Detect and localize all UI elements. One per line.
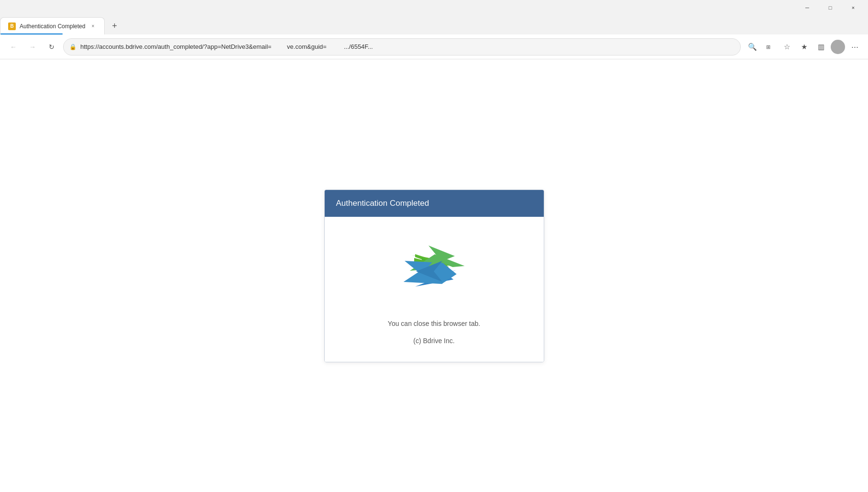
back-button[interactable]: ←: [6, 39, 21, 55]
translate-icon[interactable]: ⊞: [762, 39, 777, 55]
sidebar-icon[interactable]: ▥: [813, 39, 829, 55]
search-icon[interactable]: 🔍: [745, 39, 760, 55]
tab-bar: B Authentication Completed × +: [0, 15, 868, 34]
forward-button[interactable]: →: [25, 39, 40, 55]
tab-loading-bar: [0, 34, 63, 34]
bdrive-logo: [401, 236, 468, 289]
maximize-button[interactable]: □: [819, 0, 841, 15]
favorites-star-icon[interactable]: ☆: [779, 39, 794, 55]
auth-card-header: Authentication Completed: [325, 190, 544, 217]
minimize-button[interactable]: ─: [796, 0, 818, 15]
address-bar: ← → ↻ 🔒 https://accounts.bdrive.com/auth…: [0, 34, 868, 59]
close-tab-text: You can close this browser tab.: [388, 320, 480, 327]
svg-text:⊞: ⊞: [766, 44, 770, 50]
auth-card-title: Authentication Completed: [336, 199, 429, 208]
toolbar-icons: 🔍 ⊞ ☆ ★ ▥ ⋯: [745, 39, 862, 55]
new-tab-button[interactable]: +: [107, 18, 122, 34]
lock-icon: 🔒: [69, 44, 77, 50]
close-button[interactable]: ×: [842, 0, 864, 15]
profile-avatar[interactable]: [831, 40, 845, 54]
copyright-text: (c) Bdrive Inc.: [413, 337, 454, 345]
url-text: https://accounts.bdrive.com/auth_complet…: [80, 43, 735, 50]
browser-window: ─ □ × B Authentication Completed × + ← →…: [0, 0, 868, 492]
auth-card: Authentication Completed: [324, 190, 544, 362]
collections-icon[interactable]: ★: [796, 39, 812, 55]
page-content: Authentication Completed: [0, 59, 868, 492]
reload-button[interactable]: ↻: [44, 39, 59, 55]
tab-title: Authentication Completed: [20, 23, 85, 30]
browser-tab-active[interactable]: B Authentication Completed ×: [0, 17, 105, 34]
tab-close-icon[interactable]: ×: [89, 22, 97, 30]
tab-favicon: B: [8, 22, 16, 30]
more-options-icon[interactable]: ⋯: [847, 39, 862, 55]
url-bar[interactable]: 🔒 https://accounts.bdrive.com/auth_compl…: [63, 38, 741, 56]
title-bar: ─ □ ×: [0, 0, 868, 15]
window-controls: ─ □ ×: [796, 0, 864, 15]
auth-card-body: You can close this browser tab. (c) Bdri…: [325, 217, 544, 362]
